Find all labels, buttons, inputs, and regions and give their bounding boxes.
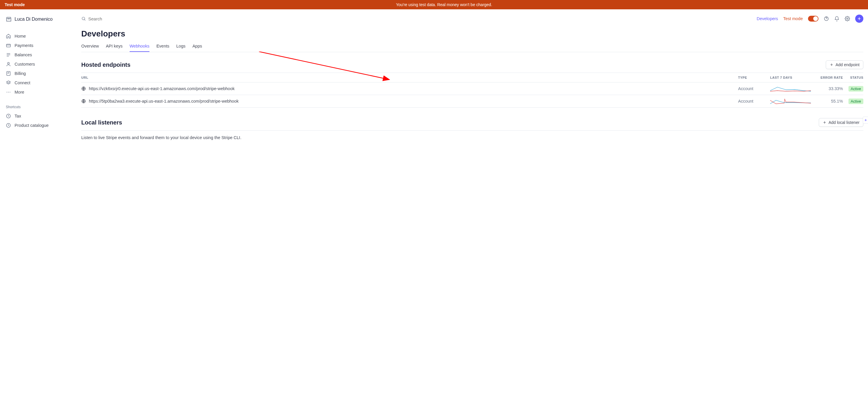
svg-rect-0 <box>6 44 10 47</box>
more-icon <box>6 89 11 95</box>
tab-logs[interactable]: Logs <box>176 41 185 52</box>
payments-icon <box>6 43 11 48</box>
endpoint-type: Account <box>738 86 770 91</box>
hosted-endpoints-title: Hosted endpoints <box>81 61 130 68</box>
sidebar-item-label: More <box>14 90 24 94</box>
svg-point-10 <box>847 18 848 20</box>
search-wrap <box>81 16 752 21</box>
col-err: ERROR RATE <box>817 76 843 79</box>
svg-point-5 <box>10 92 10 92</box>
sidebar-item-label: Product catalogue <box>14 123 49 128</box>
add-local-listener-button[interactable]: Add local listener <box>819 118 863 127</box>
endpoint-url: https://vzk6xsrjr0.execute-api.us-east-1… <box>89 86 235 91</box>
svg-point-3 <box>7 92 7 92</box>
help-icon[interactable] <box>824 16 829 21</box>
svg-point-1 <box>7 62 9 64</box>
local-listeners-description: Listen to live Stripe events and forward… <box>81 135 863 140</box>
sidebar-item-label: Balances <box>14 53 32 57</box>
clock-icon <box>6 123 11 128</box>
globe-icon <box>81 99 86 104</box>
local-listeners-title: Local listeners <box>81 119 122 126</box>
sidebar-item-label: Tax <box>14 114 21 118</box>
col-days: LAST 7 DAYS <box>770 76 817 79</box>
col-type: TYPE <box>738 76 770 79</box>
svg-point-8 <box>82 17 85 20</box>
billing-icon <box>6 71 11 76</box>
endpoints-table: URL TYPE LAST 7 DAYS ERROR RATE STATUS h… <box>81 73 863 108</box>
hosted-endpoints-header: Hosted endpoints Add endpoint <box>81 60 863 69</box>
local-listeners-header: Local listeners Add local listener <box>81 118 863 127</box>
tab-webhooks[interactable]: Webhooks <box>130 41 149 52</box>
search-input[interactable] <box>88 16 147 21</box>
store-icon <box>6 16 12 22</box>
developers-link[interactable]: Developers <box>757 16 778 21</box>
main-content: Developers Test mode Developers Overview… <box>74 9 868 147</box>
globe-icon <box>81 86 86 91</box>
svg-point-4 <box>8 92 9 92</box>
status-badge: Active <box>848 98 863 104</box>
endpoint-type: Account <box>738 99 770 104</box>
sidebar-item-label: Home <box>14 34 26 38</box>
create-button[interactable] <box>855 15 863 23</box>
plus-icon <box>823 120 827 124</box>
sidebar-item-more[interactable]: More <box>2 87 72 97</box>
account-name: Luca Di Domenico <box>14 17 53 22</box>
tab-apps[interactable]: Apps <box>192 41 202 52</box>
customers-icon <box>6 61 11 67</box>
col-url: URL <box>81 76 738 79</box>
endpoint-error-rate: 33.33% <box>817 86 843 91</box>
endpoint-url: https://5tp0ba2wa3.execute-api.us-east-1… <box>89 99 239 104</box>
account-switcher[interactable]: Luca Di Domenico <box>2 14 72 25</box>
plus-icon <box>830 63 834 67</box>
sidebar-item-payments[interactable]: Payments <box>2 41 72 50</box>
sidebar-shortcut-tax[interactable]: Tax <box>2 111 72 121</box>
col-status: STATUS <box>843 76 863 79</box>
button-label: Add local listener <box>828 120 860 125</box>
testmode-label: Test mode <box>783 16 803 21</box>
tab-api-keys[interactable]: API keys <box>106 41 122 52</box>
table-row[interactable]: https://vzk6xsrjr0.execute-api.us-east-1… <box>81 83 863 95</box>
testmode-toggle[interactable] <box>808 16 818 22</box>
tab-events[interactable]: Events <box>156 41 169 52</box>
test-mode-banner: Test mode You're using test data. Real m… <box>0 0 868 9</box>
topbar: Developers Test mode <box>81 9 863 28</box>
sidebar-item-balances[interactable]: Balances <box>2 50 72 59</box>
search-icon <box>81 16 86 21</box>
sidebar-item-home[interactable]: Home <box>2 31 72 41</box>
page-title: Developers <box>81 29 863 38</box>
add-endpoint-button[interactable]: Add endpoint <box>826 60 863 69</box>
sidebar-item-label: Customers <box>14 62 35 66</box>
endpoint-sparkline <box>770 98 817 104</box>
connect-icon <box>6 80 11 85</box>
banner-left: Test mode <box>5 2 25 7</box>
sidebar-item-billing[interactable]: Billing <box>2 69 72 78</box>
sidebar: Luca Di Domenico Home Payments Balances … <box>0 9 74 147</box>
banner-center: You're using test data. Real money won't… <box>25 2 863 7</box>
sidebar-item-customers[interactable]: Customers <box>2 59 72 69</box>
settings-icon[interactable] <box>845 16 850 21</box>
balances-icon <box>6 52 11 57</box>
sidebar-shortcut-product-catalogue[interactable]: Product catalogue <box>2 121 72 130</box>
sidebar-item-label: Connect <box>14 81 30 85</box>
endpoint-sparkline <box>770 85 817 92</box>
status-badge: Active <box>848 86 863 91</box>
tabs: Overview API keys Webhooks Events Logs A… <box>81 41 863 52</box>
home-icon <box>6 33 11 39</box>
table-header: URL TYPE LAST 7 DAYS ERROR RATE STATUS <box>81 73 863 83</box>
shortcuts-heading: Shortcuts <box>2 103 72 111</box>
side-expand-button[interactable] <box>863 117 868 124</box>
clock-icon <box>6 113 11 119</box>
sidebar-item-label: Billing <box>14 71 26 76</box>
tab-overview[interactable]: Overview <box>81 41 99 52</box>
notifications-icon[interactable] <box>834 16 839 21</box>
button-label: Add endpoint <box>835 62 860 67</box>
sidebar-item-connect[interactable]: Connect <box>2 78 72 87</box>
topbar-right: Developers Test mode <box>757 15 863 23</box>
endpoint-error-rate: 55.1% <box>817 99 843 104</box>
table-row[interactable]: https://5tp0ba2wa3.execute-api.us-east-1… <box>81 95 863 108</box>
sidebar-item-label: Payments <box>14 43 33 48</box>
